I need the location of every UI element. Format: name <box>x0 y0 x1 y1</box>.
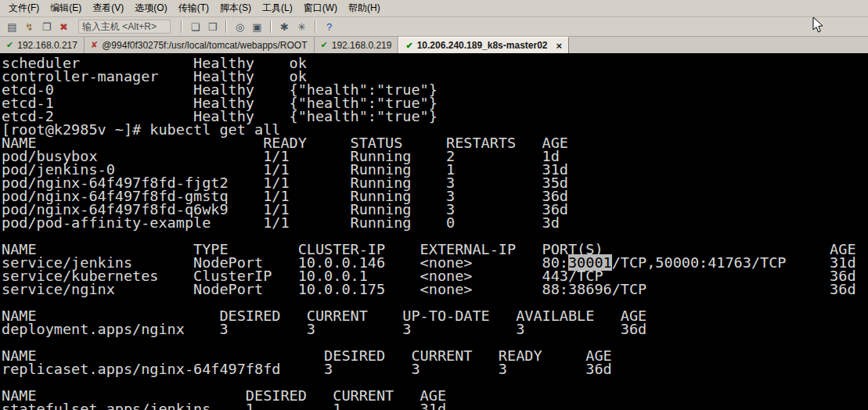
toolbar-separator <box>181 20 182 33</box>
properties-icon[interactable]: ✱ <box>277 20 292 34</box>
menu-item-8[interactable]: 窗口(W) <box>298 0 343 17</box>
terminal-line: deployment.apps/nginx 3 3 3 3 36d <box>2 322 868 336</box>
toolbar: ▤↯❐✖❏❒◎▣✱✳? <box>0 17 868 37</box>
connected-icon: ✔ <box>321 41 328 49</box>
menu-item-7[interactable]: 工具(L) <box>257 0 298 17</box>
menu-bar: 文件(F)编辑(E)查看(V)选项(O)传输(T)脚本(S)工具(L)窗口(W)… <box>0 0 868 17</box>
terminal-line: replicaset.apps/nginx-64f497f8fd 3 3 3 3… <box>2 362 868 376</box>
session-tab-label: 192.168.0.217 <box>17 40 77 51</box>
menu-item-6[interactable]: 脚本(S) <box>214 0 257 17</box>
menu-item-9[interactable]: 帮助(H) <box>343 0 386 17</box>
menu-item-3[interactable]: 查看(V) <box>87 0 129 17</box>
print-icon[interactable]: ▣ <box>250 20 265 34</box>
terminal-screen[interactable]: scheduler Healthy okcontroller-manager H… <box>0 53 868 410</box>
toolbar-separator <box>225 20 227 33</box>
session-tab-1[interactable]: ✔192.168.0.217 <box>0 37 85 53</box>
session-tab-label: 10.206.240.189_k8s-master02 <box>417 40 548 51</box>
session-tab-bar: ✔192.168.0.217✘@994f0f30275f:/usr/local/… <box>0 37 868 53</box>
copy-icon[interactable]: ❏ <box>188 20 203 34</box>
connected-icon: ✔ <box>405 41 412 50</box>
terminal-line: statefulset.apps/jenkins 1 1 31d <box>2 402 868 410</box>
disconnect-icon[interactable]: ✖ <box>56 20 71 34</box>
help-icon[interactable]: ? <box>322 20 337 34</box>
menu-item-5[interactable]: 传输(T) <box>173 0 214 17</box>
session-tab-label: @994f0f30275f:/usr/local/tomcat/webapps/… <box>102 40 307 51</box>
menu-item-2[interactable]: 编辑(E) <box>45 0 87 17</box>
clone-tab-icon[interactable]: ❐ <box>39 20 54 34</box>
menu-item-4[interactable]: 选项(O) <box>129 0 172 17</box>
terminal-line: service/nginx NodePort 10.0.0.175 <none>… <box>2 282 868 296</box>
close-tab-icon[interactable]: × <box>556 40 563 52</box>
menu-item-1[interactable]: 文件(F) <box>3 0 45 17</box>
toolbar-separator <box>315 20 316 33</box>
keymap-icon[interactable]: ✳ <box>294 20 309 34</box>
securecrt-window: 文件(F)编辑(E)查看(V)选项(O)传输(T)脚本(S)工具(L)窗口(W)… <box>0 0 868 410</box>
disconnected-icon: ✘ <box>91 41 98 49</box>
toolbar-separator <box>270 20 272 33</box>
session-manager-icon[interactable]: ▤ <box>5 20 20 34</box>
quick-connect-icon[interactable]: ↯ <box>22 20 37 34</box>
session-tab-4[interactable]: ✔10.206.240.189_k8s-master02× <box>398 37 569 53</box>
connected-icon: ✔ <box>6 41 13 49</box>
session-tab-label: 192.168.0.219 <box>332 40 392 51</box>
session-tab-3[interactable]: ✔192.168.0.219 <box>315 37 399 53</box>
paste-icon[interactable]: ❒ <box>205 20 220 34</box>
host-input[interactable] <box>78 20 171 34</box>
find-icon[interactable]: ◎ <box>232 20 247 34</box>
session-tab-2[interactable]: ✘@994f0f30275f:/usr/local/tomcat/webapps… <box>85 37 315 53</box>
terminal-line: pod/pod-affinity-example 1/1 Running 0 3… <box>2 216 868 229</box>
